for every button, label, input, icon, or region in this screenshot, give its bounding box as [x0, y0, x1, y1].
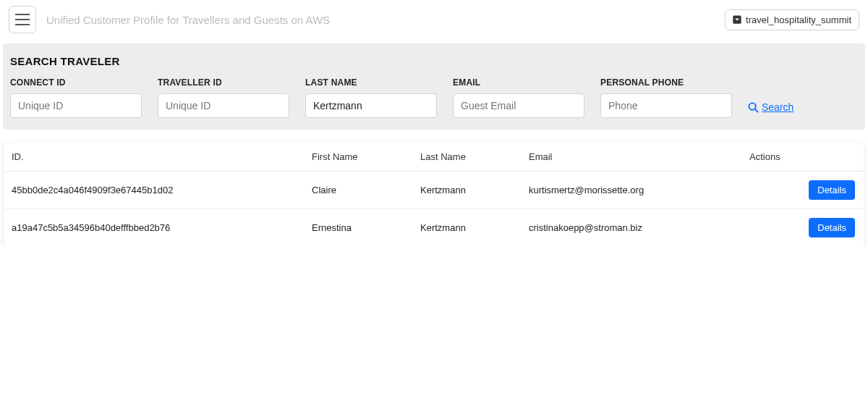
field-traveller-id: TRAVELLER ID [158, 77, 289, 118]
col-header-last-name: Last Name [413, 143, 522, 172]
search-icon [748, 102, 759, 113]
app-title: Unified Customer Profile for Travellers … [46, 14, 330, 26]
connect-id-input[interactable] [10, 93, 142, 118]
cell-actions: Details [742, 172, 864, 209]
cell-first-name: Claire [305, 172, 413, 209]
table-row: 45bb0de2c4a046f4909f3e67445b1d02ClaireKe… [4, 172, 864, 209]
cell-email: kurtismertz@morissette.org [522, 172, 742, 209]
field-email: EMAIL [453, 77, 584, 118]
col-header-id: ID. [4, 143, 305, 172]
results-panel: ID. First Name Last Name Email Actions 4… [4, 143, 864, 246]
menu-toggle-button[interactable] [9, 6, 36, 33]
topbar-left: Unified Customer Profile for Travellers … [9, 6, 330, 33]
cell-id: a19a47c5b5a34596b40defffbbed2b76 [4, 209, 305, 247]
col-header-actions: Actions [742, 143, 864, 172]
domain-selected-value: travel_hospitality_summit [746, 14, 851, 25]
traveller-id-input[interactable] [158, 93, 289, 118]
topbar: Unified Customer Profile for Travellers … [0, 0, 868, 38]
cell-actions: Details [742, 209, 864, 247]
results-table: ID. First Name Last Name Email Actions 4… [4, 143, 864, 246]
search-link[interactable]: Search [748, 101, 793, 118]
search-panel: SEARCH TRAVELER CONNECT ID TRAVELLER ID … [3, 43, 865, 130]
details-button[interactable]: Details [809, 218, 855, 237]
email-input[interactable] [453, 93, 584, 118]
col-header-first-name: First Name [305, 143, 413, 172]
col-header-email: Email [522, 143, 742, 172]
svg-point-1 [749, 103, 755, 109]
hamburger-icon [15, 19, 30, 20]
field-label: CONNECT ID [10, 77, 142, 88]
cell-id: 45bb0de2c4a046f4909f3e67445b1d02 [4, 172, 305, 209]
field-last-name: LAST NAME [305, 77, 437, 118]
phone-input[interactable] [600, 93, 732, 118]
field-label: LAST NAME [305, 77, 437, 88]
cell-last-name: Kertzmann [413, 172, 522, 209]
search-link-label: Search [762, 101, 793, 113]
field-phone: PERSONAL PHONE [600, 77, 732, 118]
search-fields-row: CONNECT ID TRAVELLER ID LAST NAME EMAIL … [10, 77, 858, 118]
cell-email: cristinakoepp@stroman.biz [522, 209, 742, 247]
search-panel-title: SEARCH TRAVELER [10, 55, 858, 67]
field-connect-id: CONNECT ID [10, 77, 142, 118]
domain-selector[interactable]: travel_hospitality_summit [725, 9, 859, 30]
last-name-input[interactable] [305, 93, 437, 118]
caret-down-square-icon [733, 15, 741, 24]
field-label: TRAVELLER ID [158, 77, 289, 88]
cell-first-name: Ernestina [305, 209, 413, 247]
cell-last-name: Kertzmann [413, 209, 522, 247]
hamburger-icon [15, 24, 30, 25]
table-header-row: ID. First Name Last Name Email Actions [4, 143, 864, 172]
hamburger-icon [15, 14, 30, 15]
details-button[interactable]: Details [809, 180, 855, 200]
table-row: a19a47c5b5a34596b40defffbbed2b76Ernestin… [4, 209, 864, 247]
field-label: EMAIL [453, 77, 584, 88]
field-label: PERSONAL PHONE [600, 77, 732, 88]
svg-line-2 [755, 109, 758, 111]
